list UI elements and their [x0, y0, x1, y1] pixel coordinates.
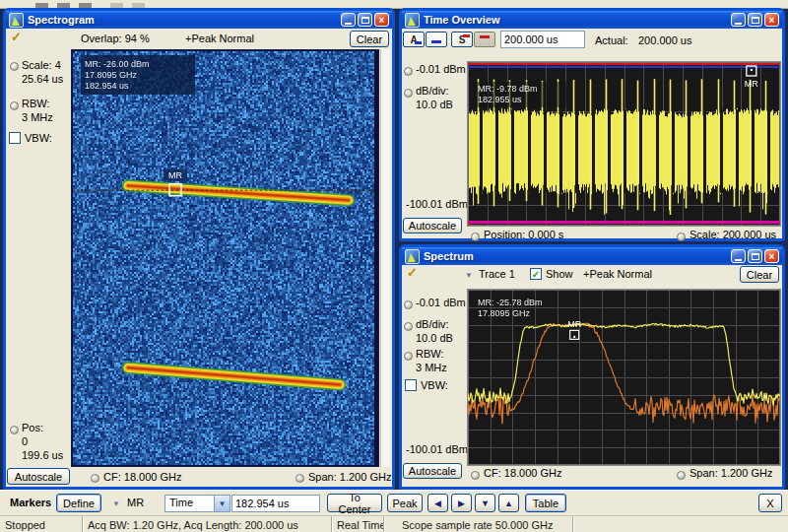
- marker-table-button[interactable]: Table: [525, 494, 566, 512]
- analysis-length-button[interactable]: [426, 32, 447, 47]
- clear-button[interactable]: Clear: [350, 31, 389, 47]
- spectrum-time-auto-button[interactable]: S: [451, 32, 473, 47]
- analysis-length-input[interactable]: [500, 31, 585, 48]
- trace-dropdown-icon[interactable]: ▼: [465, 271, 473, 280]
- dbdiv-label[interactable]: dB/div:: [416, 85, 449, 97]
- spectrogram-plot: [71, 49, 379, 467]
- peak-higher-button[interactable]: ▲: [498, 494, 519, 512]
- bottom-level-value: -100.01 dBm: [406, 443, 468, 455]
- top-level-value[interactable]: -0.01 dBm: [416, 297, 466, 308]
- autoscale-button[interactable]: Autoscale: [403, 463, 462, 479]
- minimize-glyph: [735, 259, 742, 261]
- peak-button[interactable]: Peak: [387, 494, 423, 512]
- close-button[interactable]: ×: [764, 13, 779, 27]
- peak-left-button[interactable]: ◀: [427, 494, 448, 512]
- span-knob-icon[interactable]: [677, 471, 686, 480]
- rbw-label[interactable]: RBW:: [22, 98, 50, 109]
- minimize-glyph: [345, 23, 352, 25]
- cf-knob-icon[interactable]: [91, 474, 99, 483]
- maximize-glyph: [361, 17, 369, 24]
- cf-knob-icon[interactable]: [471, 471, 480, 480]
- scale-knob-icon[interactable]: [10, 62, 19, 71]
- center-frequency-label[interactable]: CF: 18.000 GHz: [103, 471, 181, 483]
- maximize-button[interactable]: [748, 13, 762, 27]
- dbdiv-label[interactable]: dB/div:: [416, 318, 449, 330]
- vbw-checkbox[interactable]: [405, 379, 417, 391]
- marker-select-dropdown-icon[interactable]: ▼: [112, 499, 120, 508]
- status-sample-rate: Scope sample rate 50.000 GHz: [384, 516, 573, 532]
- rbw-knob-icon[interactable]: [404, 352, 413, 361]
- status-bar: Stopped Acq BW: 1.20 GHz, Acq Length: 20…: [0, 515, 788, 532]
- spectrogram-titlebar[interactable]: Spectrogram ×: [6, 11, 392, 29]
- actual-value: 200.000 us: [638, 34, 691, 46]
- maximize-button[interactable]: [748, 249, 762, 263]
- spectrum-canvas[interactable]: [468, 290, 780, 465]
- close-button[interactable]: ×: [764, 249, 779, 263]
- combobox-dropdown-icon[interactable]: ▼: [214, 496, 230, 511]
- spectrum-length-glyph: [480, 35, 490, 38]
- time-overview-body: A S Actual: 200.000 us -0.01 dBm dB/div:…: [402, 29, 782, 238]
- marker-position-input[interactable]: [231, 495, 320, 512]
- window-title: Time Overview: [424, 14, 731, 26]
- rbw-knob-icon[interactable]: [10, 101, 19, 110]
- peak-lower-button[interactable]: ▼: [475, 494, 495, 512]
- analysis-time-auto-button[interactable]: A: [403, 32, 425, 47]
- autoscale-button[interactable]: Autoscale: [403, 218, 462, 233]
- to-center-button[interactable]: To Center: [327, 494, 382, 512]
- position-label[interactable]: Position: 0.000 s: [484, 229, 563, 240]
- top-level-knob-icon[interactable]: [404, 67, 413, 76]
- enabled-check-icon[interactable]: ✓: [407, 265, 418, 280]
- minimize-glyph: [735, 23, 742, 25]
- pos-label[interactable]: Pos:: [22, 422, 43, 433]
- analysis-underline-glyph: [415, 41, 422, 44]
- center-frequency-label[interactable]: CF: 18.000 GHz: [484, 467, 561, 479]
- scale-label[interactable]: Scale: 4: [22, 59, 61, 71]
- scale-knob-icon[interactable]: [677, 233, 686, 241]
- span-knob-icon[interactable]: [296, 474, 304, 483]
- close-toolbar-button[interactable]: X: [758, 494, 782, 512]
- window-buttons: ×: [731, 249, 779, 263]
- rbw-label[interactable]: RBW:: [416, 348, 444, 360]
- show-label: Show: [546, 268, 573, 280]
- maximize-button[interactable]: [358, 13, 372, 27]
- combobox-value: Time: [165, 496, 214, 511]
- spectrum-body: ✓ ▼ Trace 1 ✓ Show +Peak Normal Clear -0…: [402, 265, 782, 487]
- spectrum-titlebar[interactable]: Spectrum ×: [402, 247, 782, 265]
- clear-button[interactable]: Clear: [740, 266, 779, 283]
- position-knob-icon[interactable]: [471, 233, 480, 241]
- spectrogram-canvas[interactable]: [73, 51, 374, 465]
- minimize-button[interactable]: [731, 249, 746, 263]
- app-icon: [405, 249, 420, 264]
- top-level-knob-icon[interactable]: [404, 300, 413, 309]
- time-overview-window: Time Overview × A S Actual:: [399, 8, 785, 241]
- time-overview-titlebar[interactable]: Time Overview ×: [402, 11, 782, 29]
- close-button[interactable]: ×: [374, 13, 389, 27]
- pos-knob-icon[interactable]: [10, 426, 19, 434]
- bottom-level-value: -100.01 dBm: [406, 198, 468, 210]
- top-level-value[interactable]: -0.01 dBm: [416, 63, 466, 75]
- vbw-label: VBW:: [421, 379, 448, 391]
- status-mode: Real Time: [332, 516, 384, 532]
- autoscale-button[interactable]: Autoscale: [7, 468, 70, 485]
- trace-label[interactable]: Trace 1: [479, 268, 515, 280]
- minimize-button[interactable]: [341, 13, 356, 27]
- show-checkbox[interactable]: ✓: [530, 268, 542, 280]
- vbw-checkbox[interactable]: [9, 132, 21, 144]
- marker-domain-combobox[interactable]: Time ▼: [164, 495, 230, 512]
- minimize-button[interactable]: [731, 13, 746, 27]
- vbw-label: VBW:: [25, 132, 52, 144]
- dbdiv-knob-icon[interactable]: [404, 89, 413, 98]
- span-label[interactable]: Span: 1.200 GHz: [308, 471, 391, 483]
- time-overview-canvas[interactable]: [468, 62, 780, 226]
- dbdiv-value: 10.0 dB: [416, 99, 453, 110]
- status-acquisition-state: Stopped: [0, 516, 83, 532]
- dbdiv-knob-icon[interactable]: [404, 322, 413, 331]
- define-markers-button[interactable]: Define: [56, 494, 101, 512]
- span-label[interactable]: Span: 1.200 GHz: [690, 467, 772, 479]
- spectrum-window: Spectrum × ✓ ▼ Trace 1 ✓ Show +Peak Norm…: [399, 244, 785, 490]
- peak-right-button[interactable]: ▶: [451, 494, 472, 512]
- scale-label[interactable]: Scale: 200.000 us: [690, 229, 776, 240]
- spectrum-length-button[interactable]: [474, 32, 495, 47]
- app-icon: [9, 13, 24, 28]
- enabled-check-icon[interactable]: ✓: [11, 30, 22, 44]
